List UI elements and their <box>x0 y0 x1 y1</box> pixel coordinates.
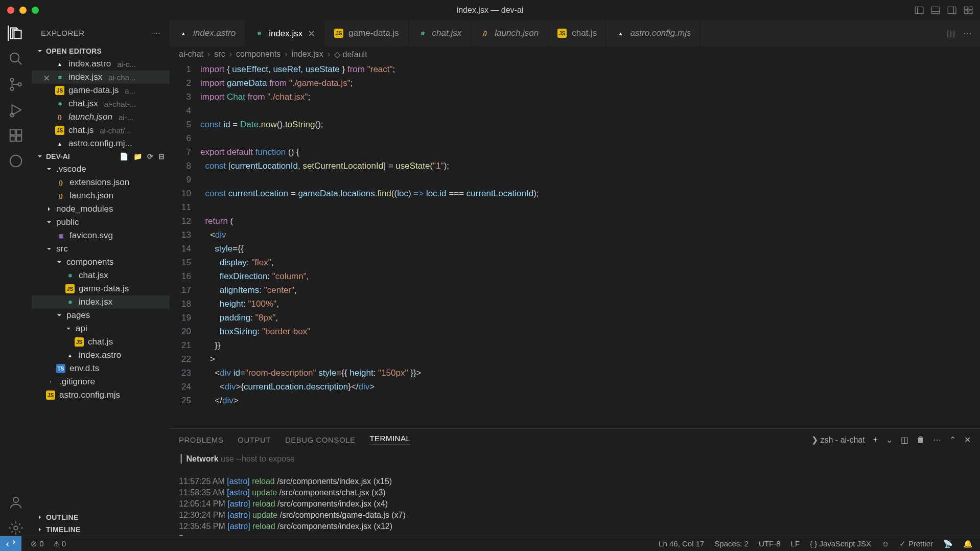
chevron-down-icon <box>37 48 43 54</box>
open-editor-item[interactable]: ✕▲astro.config.mj... <box>32 137 170 150</box>
open-editor-item[interactable]: ✕⚛index.jsxai-cha... <box>32 71 170 84</box>
breadcrumb-item[interactable]: src <box>214 50 225 59</box>
explorer-icon[interactable] <box>8 26 23 41</box>
tree-file[interactable]: ⚛chat.jsx <box>32 269 170 282</box>
new-file-icon[interactable]: 📄 <box>120 152 128 160</box>
tree-file[interactable]: ⚛index.jsx <box>32 295 170 309</box>
collapse-icon[interactable]: ⊟ <box>158 152 165 160</box>
tree-folder[interactable]: components <box>32 256 170 269</box>
remote-indicator[interactable] <box>0 536 21 551</box>
status-feedback-icon[interactable]: ☺ <box>881 539 889 548</box>
editor-tab[interactable]: ▲index.astro <box>170 20 245 46</box>
open-editor-item[interactable]: ✕JSgame-data.jsa... <box>32 84 170 97</box>
svg-rect-7 <box>969 7 972 10</box>
status-errors[interactable]: ⊘ 0 <box>31 539 44 548</box>
customize-layout-icon[interactable] <box>964 6 973 15</box>
editor-tab[interactable]: JSchat.js <box>548 20 606 46</box>
account-icon[interactable] <box>8 495 24 510</box>
breadcrumb-item[interactable]: ◇ default <box>334 50 367 59</box>
editor-tab[interactable]: {}launch.json <box>471 20 548 46</box>
settings-gear-icon[interactable] <box>8 520 24 536</box>
minimize-window[interactable] <box>19 7 27 14</box>
tree-file[interactable]: TSenv.d.ts <box>32 362 170 375</box>
project-header[interactable]: DEV-AI 📄 📁 ⟳ ⊟ <box>32 150 170 163</box>
panel-bottom-icon[interactable] <box>931 6 940 15</box>
open-editor-item[interactable]: ✕JSchat.jsai-chat/... <box>32 124 170 137</box>
maximize-window[interactable] <box>32 7 39 14</box>
activity-bar <box>0 20 32 536</box>
edge-icon[interactable] <box>8 153 24 169</box>
panel-tab[interactable]: PROBLEMS <box>179 435 223 444</box>
tree-file[interactable]: ▲index.astro <box>32 349 170 362</box>
svg-point-21 <box>10 155 21 167</box>
code-editor[interactable]: 1234567891011121314151617181920212223242… <box>170 62 980 428</box>
kill-terminal-icon[interactable]: 🗑 <box>917 435 925 444</box>
explorer-more-icon[interactable]: ⋯ <box>153 28 161 37</box>
code-body[interactable]: import { useEffect, useRef, useState } f… <box>200 62 980 428</box>
open-editor-item[interactable]: ✕⚛chat.jsxai-chat-... <box>32 97 170 110</box>
panel-tab[interactable]: OUTPUT <box>238 435 271 444</box>
editor-tab[interactable]: ⚛chat.jsx <box>409 20 472 46</box>
close-window[interactable] <box>7 7 14 14</box>
source-control-icon[interactable] <box>8 77 24 92</box>
refresh-icon[interactable]: ⟳ <box>147 152 153 160</box>
open-editors-header[interactable]: OPEN EDITORS <box>32 45 170 57</box>
terminal[interactable]: ┃ Network use --host to expose11:57:25 A… <box>170 450 980 536</box>
new-terminal-icon[interactable]: + <box>873 435 878 444</box>
close-icon[interactable]: ✕ <box>43 73 51 81</box>
tree-file[interactable]: {}launch.json <box>32 189 170 202</box>
tree-folder[interactable]: public <box>32 216 170 229</box>
panel-left-icon[interactable] <box>915 6 924 15</box>
status-warnings[interactable]: ⚠ 0 <box>53 539 66 548</box>
status-encoding[interactable]: UTF-8 <box>759 539 781 548</box>
tree-file[interactable]: JSgame-data.js <box>32 282 170 295</box>
editor-tab[interactable]: ⚛index.jsx✕ <box>245 20 325 46</box>
breadcrumbs[interactable]: ai-chat›src›components›index.jsx›◇ defau… <box>170 46 980 62</box>
editor-tab[interactable]: JSgame-data.js <box>325 20 408 46</box>
run-debug-icon[interactable] <box>8 102 24 118</box>
new-folder-icon[interactable]: 📁 <box>133 152 142 160</box>
tree-folder[interactable]: node_modules <box>32 202 170 216</box>
breadcrumb-item[interactable]: index.jsx <box>292 50 323 59</box>
panel-tab[interactable]: DEBUG CONSOLE <box>285 435 355 444</box>
split-terminal-icon[interactable]: ◫ <box>901 435 908 445</box>
status-prettier[interactable]: ✓ Prettier <box>899 539 933 548</box>
terminal-dropdown-icon[interactable]: ⌄ <box>886 435 893 445</box>
tree-file[interactable]: ·.gitignore <box>32 375 170 388</box>
extensions-icon[interactable] <box>8 128 24 143</box>
status-eol[interactable]: LF <box>791 539 800 548</box>
editor-tab[interactable]: ▲astro.config.mjs <box>606 20 701 46</box>
tree-file[interactable]: {}extensions.json <box>32 176 170 189</box>
status-bell-icon[interactable]: 🔔 <box>963 539 973 548</box>
maximize-panel-icon[interactable]: ⌃ <box>949 435 956 445</box>
status-language[interactable]: { } JavaScript JSX <box>810 539 871 548</box>
breadcrumb-item[interactable]: ai-chat <box>179 50 203 59</box>
timeline-header[interactable]: TIMELINE <box>32 523 170 536</box>
close-icon[interactable]: ✕ <box>308 28 315 39</box>
tree-folder[interactable]: .vscode <box>32 163 170 176</box>
split-editor-icon[interactable]: ◫ <box>947 28 955 39</box>
outline-header[interactable]: OUTLINE <box>32 511 170 523</box>
status-live-icon[interactable]: 📡 <box>943 539 953 548</box>
tree-folder[interactable]: pages <box>32 309 170 322</box>
open-editor-item[interactable]: ✕▲index.astroai-c... <box>32 57 170 71</box>
tree-file[interactable]: ▣favicon.svg <box>32 229 170 242</box>
search-icon[interactable] <box>8 51 24 66</box>
more-icon[interactable]: ⋯ <box>963 28 972 39</box>
layout-controls <box>915 6 973 15</box>
chevron-down-icon <box>37 153 43 159</box>
panel-right-icon[interactable] <box>947 6 956 15</box>
tree-file[interactable]: JSastro.config.mjs <box>32 388 170 402</box>
tree-file[interactable]: JSchat.js <box>32 335 170 349</box>
titlebar: index.jsx — dev-ai <box>0 0 980 20</box>
open-editor-item[interactable]: ✕{}launch.jsonai-... <box>32 110 170 124</box>
close-panel-icon[interactable]: ✕ <box>964 435 971 445</box>
more-icon[interactable]: ⋯ <box>933 435 941 445</box>
panel-tab[interactable]: TERMINAL <box>369 434 410 445</box>
status-cursor[interactable]: Ln 46, Col 17 <box>659 539 704 548</box>
terminal-shell[interactable]: ❯ zsh - ai-chat <box>811 435 865 445</box>
status-spaces[interactable]: Spaces: 2 <box>714 539 749 548</box>
tree-folder[interactable]: src <box>32 242 170 256</box>
tree-folder[interactable]: api <box>32 322 170 335</box>
breadcrumb-item[interactable]: components <box>236 50 281 59</box>
